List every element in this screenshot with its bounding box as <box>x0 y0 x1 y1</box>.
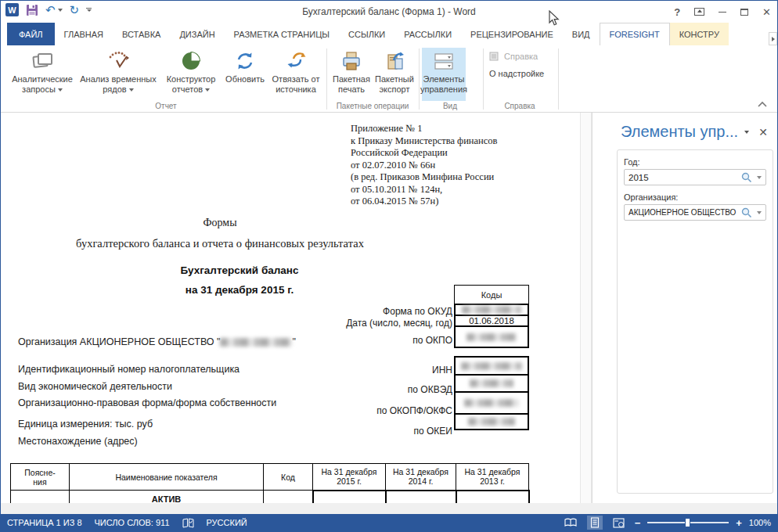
table-cell-aktiv: АКТИВ <box>70 491 264 504</box>
collapse-ribbon-icon[interactable] <box>757 101 768 108</box>
okud-label: Форма по ОКУД <box>383 306 452 317</box>
pane-close-icon[interactable]: ✕ <box>758 126 768 138</box>
document-scrollbar[interactable] <box>580 113 592 503</box>
codes-header: Коды <box>454 285 529 305</box>
button-label: запросы <box>22 84 56 95</box>
about-addin-button[interactable]: О надстройке <box>489 69 544 78</box>
dropdown-caret-icon[interactable] <box>757 176 762 179</box>
button-label: Пакетная <box>333 74 370 84</box>
undo-caret-icon <box>58 9 63 12</box>
batch-print-button[interactable]: Пакетная печать <box>330 48 373 101</box>
col-header-2013: На 31 декабря2013 г. <box>456 464 529 491</box>
button-label: рядов <box>103 84 126 95</box>
undo-button[interactable]: ↶ <box>45 3 63 16</box>
zoom-slider[interactable] <box>647 522 729 523</box>
tab-scroll-right-button[interactable] <box>769 32 777 45</box>
search-icon[interactable] <box>741 207 752 218</box>
refresh-button[interactable]: Обновить <box>223 48 267 101</box>
tab-page-layout[interactable]: РАЗМЕТКА СТРАНИЦЫ <box>225 23 339 45</box>
tab-design[interactable]: ДИЗАЙН <box>170 23 224 45</box>
redo-icon[interactable]: ↻ <box>70 3 80 16</box>
units-label: Единица измерения: тыс. руб <box>18 419 153 430</box>
zoom-out-button[interactable]: − <box>635 517 641 529</box>
print-layout-button[interactable] <box>587 516 603 530</box>
tab-review[interactable]: РЕЦЕНЗИРОВАНИЕ <box>461 23 563 45</box>
tab-insert[interactable]: ВСТАВКА <box>113 23 170 45</box>
button-label: Пакетный <box>375 74 414 84</box>
status-bar: СТРАНИЦА 1 ИЗ 8 ЧИСЛО СЛОВ: 911 РУССКИЙ <box>1 514 777 531</box>
forms-heading: Формы <box>1 217 439 229</box>
organization-label: Организация: <box>624 192 766 202</box>
table-cell <box>313 491 386 504</box>
tab-foresight[interactable]: FORESIGHT <box>600 23 670 45</box>
zoom-slider-thumb[interactable] <box>685 518 690 527</box>
dropdown-caret-icon <box>129 88 134 92</box>
col-header-notes: Поясне-ния <box>11 464 70 491</box>
okpo-label: по ОКПО <box>412 335 452 346</box>
year-combobox[interactable]: 2015 <box>624 169 766 185</box>
read-mode-icon <box>564 518 577 527</box>
document-date: на 31 декабря 2015 г. <box>1 284 478 296</box>
okpo-value <box>454 325 529 348</box>
report-designer-icon <box>178 48 204 74</box>
balance-table: Поясне-ния Наименование показателя Код Н… <box>10 463 530 503</box>
ribbon-tab-strip: ФАЙЛ ГЛАВНАЯ ВСТАВКА ДИЗАЙН РАЗМЕТКА СТР… <box>1 23 777 45</box>
search-icon[interactable] <box>741 172 752 183</box>
maximize-icon[interactable] <box>740 9 748 16</box>
col-header-code: Код <box>264 464 313 491</box>
button-label: Обновить <box>225 74 265 84</box>
save-icon[interactable] <box>26 4 38 16</box>
table-cell <box>386 491 456 504</box>
web-layout-button[interactable] <box>610 516 628 530</box>
dropdown-caret-icon[interactable] <box>757 211 762 214</box>
time-series-icon <box>106 48 131 74</box>
ribbon-display-options-icon[interactable] <box>694 8 704 16</box>
zoom-in-button[interactable]: + <box>736 517 742 529</box>
tab-home[interactable]: ГЛАВНАЯ <box>55 23 113 45</box>
pane-menu-caret-icon[interactable] <box>744 131 749 134</box>
read-mode-button[interactable] <box>561 516 580 529</box>
document-page[interactable]: Приложение № 1 к Приказу Министерства фи… <box>1 113 580 503</box>
okei-value <box>454 413 529 430</box>
window-controls: ? ✕ <box>674 1 771 23</box>
ribbon: Аналитические запросы Анализ временных р… <box>1 45 777 113</box>
close-icon[interactable]: ✕ <box>762 6 771 18</box>
refresh-icon <box>232 48 258 74</box>
okopf-left-label: Организационно-правовая форма/форма собс… <box>18 397 276 408</box>
analytic-queries-button[interactable]: Аналитические запросы <box>7 48 77 101</box>
time-series-analysis-button[interactable]: Анализ временных рядов <box>77 48 159 101</box>
controls-icon <box>431 48 456 74</box>
word-logo-icon[interactable]: W <box>5 3 19 16</box>
unbind-from-source-button[interactable]: Отвязать от источника <box>267 48 325 101</box>
col-header-2014: На 31 декабря2014 г. <box>386 464 456 491</box>
inn-label: ИНН <box>432 365 452 376</box>
tab-file[interactable]: ФАЙЛ <box>7 23 55 45</box>
button-label: отчетов <box>172 84 203 95</box>
okved-label: по ОКВЭД <box>408 384 452 395</box>
tab-table-design[interactable]: КОНСТРУ <box>670 23 729 45</box>
unlink-icon <box>283 48 308 74</box>
report-designer-button[interactable]: Конструктор отчетов <box>159 48 223 101</box>
page-indicator[interactable]: СТРАНИЦА 1 ИЗ 8 <box>7 518 82 527</box>
help-icon[interactable]: ? <box>674 6 680 18</box>
zoom-level[interactable]: 100% <box>749 518 771 527</box>
button-label: Элементы <box>423 74 465 84</box>
tab-view[interactable]: ВИД <box>563 23 600 45</box>
table-cell <box>264 491 313 504</box>
organization-combobox[interactable]: АКЦИОНЕРНОЕ ОБЩЕСТВО <box>624 204 766 221</box>
forms-subheading: бухгалтерского баланса и отчета о финанс… <box>1 237 439 250</box>
customize-qat-icon[interactable] <box>86 8 92 12</box>
proofing-status-icon[interactable] <box>182 518 194 528</box>
batch-export-button[interactable]: Пакетный экспорт <box>373 48 416 101</box>
minimize-icon[interactable] <box>719 12 726 13</box>
okopf-value <box>454 391 529 415</box>
control-elements-button[interactable]: Элементы управления <box>422 48 466 101</box>
quick-access-toolbar: W ↶ ↻ <box>5 3 92 16</box>
tab-mailings[interactable]: РАССЫЛКИ <box>394 23 461 45</box>
word-count[interactable]: ЧИСЛО СЛОВ: 911 <box>95 518 170 527</box>
button-label: Справка <box>504 52 538 61</box>
tab-references[interactable]: ССЫЛКИ <box>339 23 394 45</box>
dropdown-caret-icon <box>58 88 63 92</box>
button-label: источника <box>276 84 316 95</box>
language-indicator[interactable]: РУССКИЙ <box>207 518 247 527</box>
